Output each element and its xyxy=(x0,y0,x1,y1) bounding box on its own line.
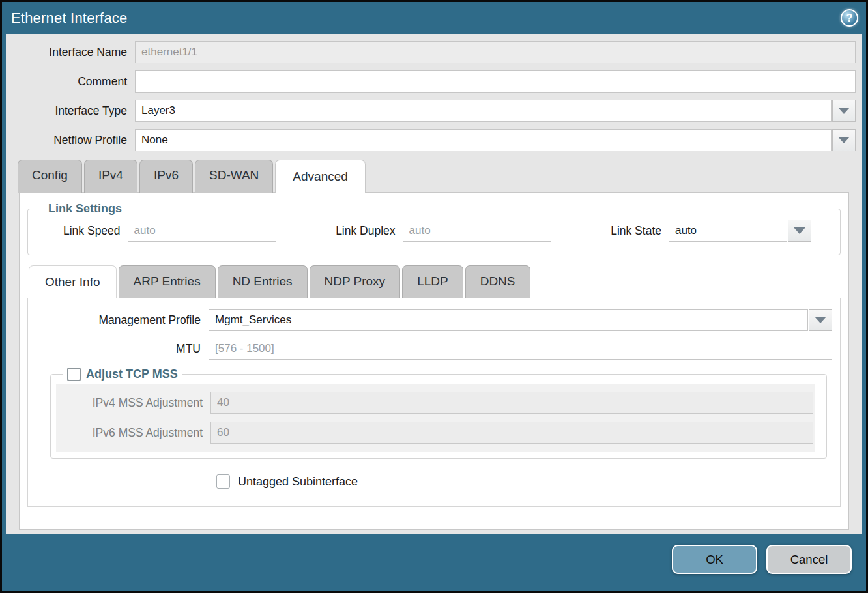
link-settings-legend: Link Settings xyxy=(44,202,126,216)
adjust-tcp-mss-legend: Adjust TCP MSS xyxy=(63,368,182,381)
link-settings-fieldset: Link Settings Link Speed Link Duplex Lin… xyxy=(27,202,841,255)
subtab-ndp-proxy[interactable]: NDP Proxy xyxy=(310,265,401,298)
untagged-subinterface-row: Untagged Subinterface xyxy=(36,474,832,489)
dialog-title: Ethernet Interface xyxy=(11,10,841,27)
link-state-label: Link State xyxy=(611,224,669,238)
interface-type-label: Interface Type xyxy=(12,104,135,118)
management-profile-row: Management Profile xyxy=(36,309,832,331)
ok-button[interactable]: OK xyxy=(672,545,757,574)
chevron-down-icon xyxy=(838,108,850,114)
help-icon[interactable]: ? xyxy=(841,9,858,27)
management-profile-label: Management Profile xyxy=(36,313,209,327)
chevron-down-icon xyxy=(838,137,850,143)
untagged-subinterface-label: Untagged Subinterface xyxy=(230,475,358,489)
tab-sdwan[interactable]: SD-WAN xyxy=(195,160,273,193)
management-profile-field[interactable] xyxy=(209,309,808,331)
sub-tab-bar: Other Info ARP Entries ND Entries NDP Pr… xyxy=(27,265,841,298)
link-duplex-group: Link Duplex xyxy=(336,220,551,242)
netflow-profile-label: Netflow Profile xyxy=(12,134,135,147)
adjust-tcp-mss-legend-text: Adjust TCP MSS xyxy=(81,368,178,381)
link-speed-field[interactable] xyxy=(128,220,276,242)
mtu-field[interactable] xyxy=(209,338,832,360)
main-tab-bar: Config IPv4 IPv6 SD-WAN Advanced xyxy=(12,159,856,192)
chevron-down-icon xyxy=(794,227,805,234)
netflow-profile-row: Netflow Profile xyxy=(12,129,856,151)
dialog-titlebar: Ethernet Interface ? xyxy=(2,2,866,34)
comment-field[interactable] xyxy=(135,70,856,93)
cancel-button[interactable]: Cancel xyxy=(766,545,852,574)
mss-disabled-block: IPv4 MSS Adjustment IPv6 MSS Adjustment xyxy=(56,384,815,452)
link-state-field[interactable] xyxy=(669,220,787,242)
ipv6-mss-row: IPv6 MSS Adjustment xyxy=(56,418,815,448)
netflow-profile-dropdown-button[interactable] xyxy=(832,129,856,151)
ipv4-mss-row: IPv4 MSS Adjustment xyxy=(56,388,815,418)
subtab-other-info[interactable]: Other Info xyxy=(29,265,117,298)
link-speed-label: Link Speed xyxy=(63,224,128,238)
subtab-arp-entries[interactable]: ARP Entries xyxy=(119,265,216,298)
link-duplex-label: Link Duplex xyxy=(336,224,402,238)
ipv6-mss-label: IPv6 MSS Adjustment xyxy=(56,426,210,440)
mtu-label: MTU xyxy=(36,342,209,356)
ipv6-mss-field xyxy=(210,422,813,444)
tab-ipv6[interactable]: IPv6 xyxy=(139,160,193,193)
adjust-tcp-mss-fieldset: Adjust TCP MSS IPv4 MSS Adjustment IPv6 … xyxy=(50,368,827,459)
other-info-panel: Management Profile MTU Adjust TCP MSS xyxy=(27,298,841,507)
interface-type-field[interactable] xyxy=(135,100,832,122)
subtab-nd-entries[interactable]: ND Entries xyxy=(218,265,308,298)
tab-advanced[interactable]: Advanced xyxy=(275,160,366,193)
interface-name-row: Interface Name xyxy=(12,41,856,63)
tab-config[interactable]: Config xyxy=(18,160,82,193)
chevron-down-icon xyxy=(815,317,826,323)
tab-ipv4[interactable]: IPv4 xyxy=(84,160,137,193)
adjust-tcp-mss-checkbox[interactable] xyxy=(67,368,81,381)
untagged-subinterface-checkbox[interactable] xyxy=(216,474,230,489)
ethernet-interface-dialog: Ethernet Interface ? Interface Name Comm… xyxy=(0,0,868,593)
ipv4-mss-field xyxy=(210,392,813,414)
subtab-ddns[interactable]: DDNS xyxy=(465,265,530,298)
mtu-row: MTU xyxy=(36,338,832,360)
interface-type-row: Interface Type xyxy=(12,100,856,122)
dialog-footer: OK Cancel xyxy=(2,534,866,591)
link-state-group: Link State xyxy=(611,220,811,242)
interface-name-label: Interface Name xyxy=(12,46,135,59)
dialog-body: Interface Name Comment Interface Type Ne… xyxy=(6,34,862,534)
link-state-dropdown-button[interactable] xyxy=(788,220,811,242)
interface-name-field xyxy=(135,41,856,63)
link-speed-group: Link Speed xyxy=(63,220,276,242)
subtab-lldp[interactable]: LLDP xyxy=(402,265,463,298)
management-profile-dropdown-button[interactable] xyxy=(809,309,832,331)
comment-row: Comment xyxy=(12,70,856,93)
ipv4-mss-label: IPv4 MSS Adjustment xyxy=(56,396,210,410)
link-duplex-field[interactable] xyxy=(403,220,551,242)
comment-label: Comment xyxy=(12,75,135,89)
netflow-profile-field[interactable] xyxy=(135,129,832,151)
interface-type-dropdown-button[interactable] xyxy=(832,100,856,122)
advanced-tab-panel: Link Settings Link Speed Link Duplex Lin… xyxy=(19,192,849,530)
